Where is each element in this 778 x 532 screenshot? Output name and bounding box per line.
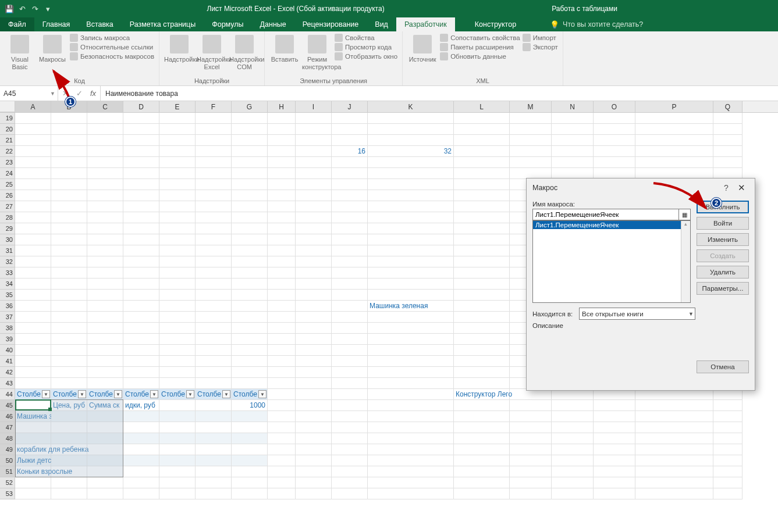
row-header[interactable]: 43 — [0, 378, 15, 389]
cell[interactable] — [87, 444, 123, 455]
cell[interactable] — [87, 267, 123, 279]
row-header[interactable]: 20 — [0, 124, 15, 135]
cell[interactable] — [454, 124, 510, 135]
cell[interactable] — [15, 267, 51, 279]
cell[interactable] — [87, 223, 123, 234]
cell[interactable] — [332, 334, 368, 345]
cell[interactable] — [87, 168, 123, 179]
cell[interactable] — [552, 466, 594, 477]
cell[interactable] — [635, 422, 713, 433]
tab-view[interactable]: Вид — [367, 17, 396, 31]
row-header[interactable]: 28 — [0, 212, 15, 223]
cell[interactable] — [232, 433, 268, 444]
row-header[interactable]: 42 — [0, 367, 15, 378]
cell[interactable] — [454, 334, 510, 345]
row-header[interactable]: 45 — [0, 400, 15, 411]
cell[interactable] — [713, 422, 743, 433]
cell[interactable] — [594, 400, 635, 411]
row-header[interactable]: 36 — [0, 301, 15, 312]
cell[interactable] — [123, 345, 159, 356]
cell[interactable] — [454, 477, 510, 488]
cell[interactable] — [454, 201, 510, 212]
cell[interactable] — [196, 345, 232, 356]
cell[interactable] — [368, 466, 454, 477]
edit-button[interactable]: Изменить — [697, 233, 749, 246]
cell[interactable] — [87, 256, 123, 267]
cell[interactable] — [368, 190, 454, 201]
cell[interactable] — [552, 113, 594, 124]
cell[interactable] — [87, 477, 123, 488]
macro-security-button[interactable]: Безопасность макросов — [70, 52, 154, 60]
col-header-M[interactable]: M — [510, 101, 552, 112]
cell[interactable] — [368, 157, 454, 168]
cell[interactable] — [51, 433, 87, 444]
redo-icon[interactable]: ↷ — [29, 3, 41, 15]
cell[interactable] — [123, 411, 159, 422]
cell[interactable] — [368, 411, 454, 422]
cell[interactable] — [268, 201, 296, 212]
cell[interactable] — [454, 190, 510, 201]
cell[interactable] — [552, 135, 594, 146]
cell[interactable] — [87, 433, 123, 444]
cell[interactable] — [232, 179, 268, 190]
cell[interactable] — [159, 267, 196, 279]
row-header[interactable]: 48 — [0, 433, 15, 444]
cell[interactable] — [87, 323, 123, 334]
filter-icon[interactable]: ▼ — [114, 390, 122, 398]
cell[interactable] — [159, 279, 196, 290]
cell[interactable] — [15, 279, 51, 290]
cell[interactable] — [268, 455, 296, 466]
cell[interactable] — [713, 146, 743, 157]
cell[interactable] — [268, 378, 296, 389]
cell[interactable] — [510, 488, 552, 499]
cell[interactable] — [15, 256, 51, 267]
cell[interactable] — [296, 223, 332, 234]
row-header[interactable]: 29 — [0, 223, 15, 234]
run-button[interactable]: Выполнить — [697, 201, 749, 213]
cell[interactable] — [196, 455, 232, 466]
cell[interactable] — [87, 312, 123, 323]
cell[interactable] — [268, 234, 296, 245]
cell[interactable] — [51, 256, 87, 267]
cell[interactable] — [454, 422, 510, 433]
cell[interactable] — [332, 367, 368, 378]
cell[interactable] — [87, 334, 123, 345]
cell[interactable] — [268, 444, 296, 455]
cell[interactable] — [296, 135, 332, 146]
cell[interactable] — [332, 477, 368, 488]
cell[interactable] — [268, 146, 296, 157]
cell[interactable] — [15, 190, 51, 201]
cell[interactable] — [196, 267, 232, 279]
cell[interactable] — [196, 433, 232, 444]
row-header[interactable]: 44 — [0, 389, 15, 400]
cell[interactable] — [552, 411, 594, 422]
cell[interactable]: Машинка зеленая — [368, 301, 454, 312]
cell[interactable] — [51, 146, 87, 157]
cell[interactable] — [268, 389, 296, 400]
cell[interactable] — [196, 124, 232, 135]
cell[interactable] — [159, 345, 196, 356]
delete-button[interactable]: Удалить — [697, 266, 749, 279]
cell[interactable] — [51, 267, 87, 279]
cell[interactable] — [123, 334, 159, 345]
filter-icon[interactable]: ▼ — [150, 390, 158, 398]
cell[interactable] — [332, 267, 368, 279]
cell[interactable] — [368, 212, 454, 223]
cell[interactable] — [296, 124, 332, 135]
cell[interactable] — [123, 356, 159, 367]
cell[interactable] — [196, 157, 232, 168]
cell[interactable] — [87, 212, 123, 223]
cell[interactable] — [123, 256, 159, 267]
cell[interactable] — [368, 356, 454, 367]
cell[interactable] — [196, 323, 232, 334]
cell[interactable] — [454, 455, 510, 466]
cell[interactable] — [368, 124, 454, 135]
fx-icon[interactable]: fx — [86, 89, 100, 98]
cell[interactable]: Столбе▼ — [232, 389, 268, 400]
cell[interactable] — [296, 157, 332, 168]
cell[interactable] — [368, 312, 454, 323]
cell[interactable] — [268, 345, 296, 356]
cell[interactable] — [123, 201, 159, 212]
row-header[interactable]: 23 — [0, 157, 15, 168]
row-header[interactable]: 34 — [0, 279, 15, 290]
